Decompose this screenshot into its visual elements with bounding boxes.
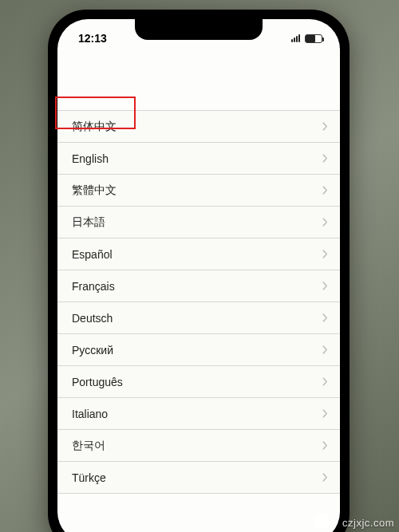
language-row-english[interactable]: English xyxy=(57,143,340,175)
cellular-signal-icon xyxy=(291,34,300,42)
language-row-russian[interactable]: Русский xyxy=(57,334,340,366)
language-label: Português xyxy=(72,376,321,388)
phone-frame: 12:13 简体中文 English 繁體中文 xyxy=(48,10,350,532)
chevron-right-icon xyxy=(321,123,329,131)
watermark-text: czjxjc.com xyxy=(342,517,394,529)
language-row-traditional-chinese[interactable]: 繁體中文 xyxy=(57,175,340,207)
chevron-right-icon xyxy=(321,410,329,418)
language-label: 日本語 xyxy=(72,215,321,230)
language-row-turkish[interactable]: Türkçe xyxy=(57,462,340,494)
language-label: Русский xyxy=(72,344,321,357)
language-row-japanese[interactable]: 日本語 xyxy=(57,207,340,238)
language-row-german[interactable]: Deutsch xyxy=(57,302,340,334)
chevron-right-icon xyxy=(321,474,329,482)
language-row-french[interactable]: Français xyxy=(57,270,340,302)
notch xyxy=(135,19,263,40)
language-row-korean[interactable]: 한국어 xyxy=(57,430,340,462)
language-label: Français xyxy=(72,280,321,293)
chevron-right-icon xyxy=(321,346,329,354)
watermark-logo-icon xyxy=(314,514,329,529)
language-label: English xyxy=(72,152,321,165)
screen: 12:13 简体中文 English 繁體中文 xyxy=(57,19,340,532)
language-label: 繁體中文 xyxy=(72,183,321,198)
status-right xyxy=(291,30,322,43)
header-spacer xyxy=(57,53,340,110)
chevron-right-icon xyxy=(321,442,329,450)
status-time: 12:13 xyxy=(78,27,107,45)
battery-icon xyxy=(305,34,322,43)
language-row-portuguese[interactable]: Português xyxy=(57,366,340,398)
chevron-right-icon xyxy=(321,282,329,290)
chevron-right-icon xyxy=(321,155,329,163)
chevron-right-icon xyxy=(321,250,329,258)
language-label: Italiano xyxy=(72,408,321,420)
language-label: Español xyxy=(72,248,321,261)
language-list: 简体中文 English 繁體中文 日本語 Español Français xyxy=(57,110,340,494)
chevron-right-icon xyxy=(321,187,329,195)
language-row-simplified-chinese[interactable]: 简体中文 xyxy=(57,111,340,143)
chevron-right-icon xyxy=(321,219,329,227)
language-row-italian[interactable]: Italiano xyxy=(57,398,340,430)
chevron-right-icon xyxy=(321,314,329,322)
language-label: Deutsch xyxy=(72,312,321,325)
language-label: 한국어 xyxy=(72,439,321,453)
language-row-spanish[interactable]: Español xyxy=(57,238,340,270)
language-label: Türkçe xyxy=(72,471,321,484)
language-label: 简体中文 xyxy=(72,120,321,134)
chevron-right-icon xyxy=(321,378,329,386)
